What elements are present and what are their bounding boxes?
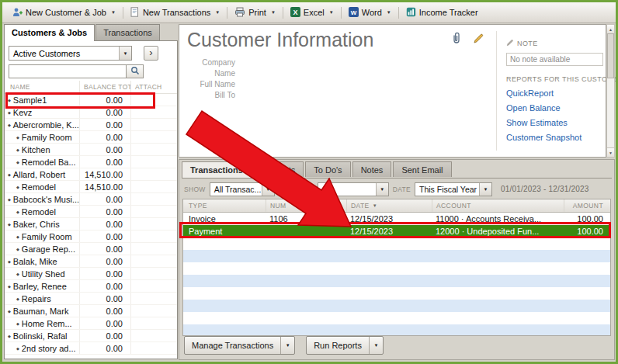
dropdown-arrow-icon: ▼ <box>271 10 276 15</box>
customer-row[interactable]: ◆2nd story ad...0.00 <box>5 342 177 355</box>
customer-row[interactable]: ◆Home Rem...0.00 <box>5 317 177 330</box>
bill-to-label: Bill To <box>184 90 235 101</box>
tab-sent-email[interactable]: Sent Email <box>393 161 451 177</box>
chevron-down-icon[interactable]: ▼ <box>376 183 388 196</box>
customer-row[interactable]: ◆Remodel Ba...0.00 <box>5 156 177 168</box>
manage-transactions-button[interactable]: Manage Transactions ▼ <box>184 336 295 355</box>
note-heading: NOTE <box>517 40 538 47</box>
customer-attach-cell <box>130 94 177 106</box>
search-button[interactable] <box>127 64 144 78</box>
filter-by-dropdown[interactable]: All ▼ <box>318 182 389 196</box>
customer-info-actions <box>451 32 484 47</box>
customer-row[interactable]: ◆Abercrombie, K...0.00 <box>5 119 177 131</box>
customer-row[interactable]: ◆Balak, Mike0.00 <box>5 255 177 268</box>
show-estimates-link[interactable]: Show Estimates <box>506 118 599 127</box>
chevron-down-icon[interactable]: ▼ <box>119 47 131 60</box>
transactions-table-body: Invoice110612/15/202311000 · Accounts Re… <box>183 213 610 336</box>
tab-notes[interactable]: Notes <box>352 161 392 177</box>
column-header-num[interactable]: NUM <box>266 199 346 212</box>
column-header-balance[interactable]: BALANCE TOT... <box>79 81 130 93</box>
expand-diamond-icon: ◆ <box>5 185 22 189</box>
show-dropdown[interactable]: All Transac... ▼ <box>210 182 275 196</box>
customer-balance: 0.00 <box>79 193 130 205</box>
column-header-attach[interactable]: ATTACH <box>130 81 177 93</box>
chevron-down-icon[interactable]: ▼ <box>479 183 491 196</box>
edit-customer-button[interactable] <box>473 33 484 47</box>
scroll-down-icon[interactable]: ▼ <box>607 147 614 157</box>
active-customers-dropdown[interactable]: Active Customers ▼ <box>9 46 132 61</box>
attach-file-button[interactable] <box>451 32 462 47</box>
note-box[interactable]: No note available <box>506 53 603 66</box>
customer-attach-cell <box>130 305 177 317</box>
empty-transaction-row <box>183 312 610 324</box>
dropdown-arrow-icon: ▼ <box>329 10 334 15</box>
customer-attach-cell <box>130 218 177 230</box>
customer-name: Bauman, Mark <box>13 307 69 316</box>
vertical-scrollbar[interactable]: ▲ ▼ <box>606 24 615 158</box>
tab-contacts[interactable]: Contacts <box>253 161 304 177</box>
customer-row[interactable]: ◆Remodel0.00 <box>5 206 177 218</box>
manage-transactions-label: Manage Transactions <box>185 337 280 354</box>
customer-row[interactable]: ◆Remodel14,510.00 <box>5 181 177 193</box>
excel-button[interactable]: X Excel ▼ <box>285 5 339 21</box>
quickreport-link[interactable]: QuickReport <box>506 88 599 98</box>
customer-row[interactable]: ◆Repairs0.00 <box>5 293 177 305</box>
chevron-down-icon[interactable]: ▼ <box>262 183 274 196</box>
customer-row[interactable]: ◆Kitchen0.00 <box>5 144 177 156</box>
customer-row[interactable]: ◆Bauman, Mark0.00 <box>5 305 177 317</box>
transaction-row[interactable]: Payment12/15/202312000 · Undeposited Fun… <box>183 225 610 237</box>
customer-name: Remodel <box>22 207 56 217</box>
dropdown-arrow-icon: ▼ <box>111 10 116 15</box>
customer-name: Sample1 <box>13 95 47 105</box>
customer-row[interactable]: ◆Babcock's Musi...0.00 <box>5 193 177 206</box>
tab-transactions[interactable]: Transactions <box>182 161 252 178</box>
customer-search-input[interactable] <box>9 64 127 78</box>
customer-snapshot-link[interactable]: Customer Snapshot <box>506 133 599 142</box>
column-header-amount[interactable]: AMOUNT <box>564 199 610 212</box>
quickbooks-customer-center-window: New Customer & Job ▼ New Transactions ▼ … <box>0 0 618 364</box>
empty-transaction-row <box>183 324 610 336</box>
column-header-type[interactable]: TYPE <box>183 199 266 212</box>
expand-diamond-icon: ◆ <box>5 98 13 102</box>
customer-row[interactable]: ◆Baker, Chris0.00 <box>5 218 177 231</box>
open-balance-link[interactable]: Open Balance <box>506 103 599 113</box>
customer-row[interactable]: ◆Allard, Robert14,510.00 <box>5 168 177 181</box>
new-customer-job-label: New Customer & Job <box>26 8 106 17</box>
customer-row[interactable]: ◆Family Room0.00 <box>5 231 177 243</box>
excel-label: Excel <box>304 8 325 17</box>
word-button[interactable]: W Word ▼ <box>343 5 397 21</box>
customer-row[interactable]: ◆Bolinski, Rafal0.00 <box>5 330 177 342</box>
tab-todos[interactable]: To Do's <box>305 161 350 177</box>
run-reports-dropdown[interactable]: ▼ <box>369 337 383 354</box>
customer-balance: 0.00 <box>79 243 130 255</box>
column-header-name[interactable]: NAME <box>5 83 79 91</box>
column-header-account[interactable]: ACCOUNT <box>432 199 564 212</box>
collapse-panel-button[interactable]: › <box>144 46 158 61</box>
customer-row[interactable]: ◆Utility Shed0.00 <box>5 268 177 280</box>
print-icon <box>234 7 245 19</box>
print-button[interactable]: Print ▼ <box>229 5 281 21</box>
transaction-row[interactable]: Invoice110612/15/202311000 · Accounts Re… <box>183 213 610 225</box>
customer-row[interactable]: ◆Barley, Renee0.00 <box>5 280 177 293</box>
customer-row[interactable]: ◆Family Room0.00 <box>5 131 177 144</box>
new-customer-job-button[interactable]: New Customer & Job ▼ <box>7 5 121 21</box>
column-header-date[interactable]: DATE▼ <box>346 199 432 212</box>
customer-name: Garage Rep... <box>22 244 75 254</box>
tab-customers-jobs[interactable]: Customers & Jobs <box>4 24 95 41</box>
new-transactions-button[interactable]: New Transactions ▼ <box>125 5 225 21</box>
customer-info-title: Customer Information <box>187 29 373 51</box>
scrollbar-thumb[interactable] <box>607 33 614 78</box>
customer-row[interactable]: ◆Kevz0.00 <box>5 106 177 119</box>
tab-transactions-left[interactable]: Transactions <box>95 24 160 40</box>
excel-icon: X <box>290 7 300 19</box>
customer-row[interactable]: ◆Sample10.00 <box>5 94 177 106</box>
date-dropdown[interactable]: This Fiscal Year ▼ <box>415 182 492 196</box>
run-reports-button[interactable]: Run Reports ▼ <box>306 336 384 355</box>
customer-attach-cell <box>130 168 177 180</box>
customer-balance: 0.00 <box>79 94 130 106</box>
manage-transactions-dropdown[interactable]: ▼ <box>280 337 294 354</box>
income-tracker-button[interactable]: Income Tracker <box>401 5 484 21</box>
customer-row[interactable]: ◆Garage Rep...0.00 <box>5 243 177 255</box>
customer-attach-cell <box>130 330 177 341</box>
print-label: Print <box>248 8 266 17</box>
